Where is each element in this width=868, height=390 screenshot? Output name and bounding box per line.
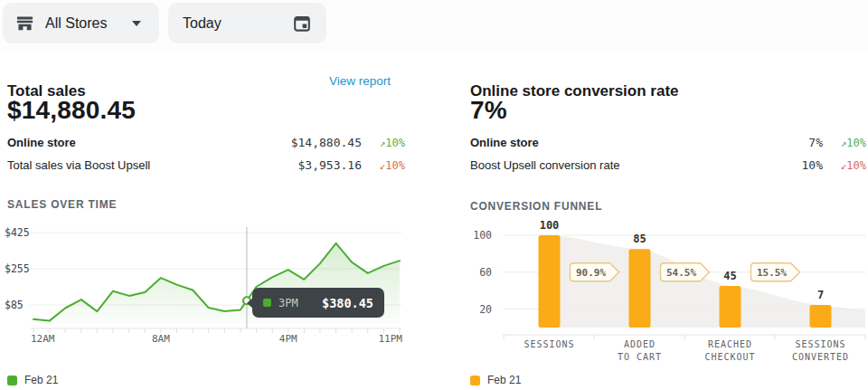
y-axis-label: 60 <box>479 266 492 279</box>
calendar-icon <box>292 14 312 33</box>
change-indicator-up: ↗10% <box>362 137 405 149</box>
y-axis-label: $255 <box>5 262 30 275</box>
chevron-down-icon <box>132 21 141 26</box>
funnel-bar[interactable] <box>539 235 561 328</box>
category-label: CHECKOUT <box>704 352 755 362</box>
conversion-funnel-chart: 1006020100SESSIONS85ADDEDTO CART45REACHE… <box>467 217 868 371</box>
y-axis-label: $425 <box>5 226 30 239</box>
funnel-legend: Feb 21 <box>470 374 521 386</box>
category-label: TO CART <box>618 352 662 362</box>
sales-line-chart-svg: $425$255$8512AM8AM4PM11PM <box>0 221 405 349</box>
metric-label: Total sales via Boost Upsell <box>7 158 298 172</box>
step-rate-label: 54.5% <box>666 267 696 279</box>
tooltip-time: 3PM <box>278 297 322 309</box>
funnel-bar[interactable] <box>629 249 651 328</box>
view-report-link[interactable]: View report <box>329 74 391 88</box>
x-axis-label: 11PM <box>379 333 403 345</box>
metric-value: 10% <box>802 158 823 172</box>
metric-value: 7% <box>808 136 823 149</box>
metric-row-online-store: Online store $14,880.45 ↗10% <box>7 136 405 158</box>
bar-value-label: 85 <box>633 233 646 245</box>
metric-value: $14,880.45 <box>291 136 362 149</box>
metric-row-boost-upsell-rate: Boost Upsell conversion rate 10% ↙10% <box>470 158 866 181</box>
tooltip-series-swatch <box>263 299 271 307</box>
metric-label: Boost Upsell conversion rate <box>470 158 802 172</box>
topbar: All Stores Today <box>0 0 868 51</box>
step-rate-label: 15.5% <box>757 267 787 279</box>
x-axis-label: 12AM <box>31 333 55 345</box>
metric-label: Online store <box>7 136 291 149</box>
bar-value-label: 100 <box>540 219 560 232</box>
metric-row-boost-upsell: Total sales via Boost Upsell $3,953.16 ↙… <box>7 158 405 181</box>
legend-swatch-green <box>7 376 17 385</box>
funnel-bar-chart-svg: 1006020100SESSIONS85ADDEDTO CART45REACHE… <box>467 217 868 371</box>
sales-legend: Feb 21 <box>7 374 58 386</box>
bar-value-label: 45 <box>723 270 736 282</box>
store-selector-button[interactable]: All Stores <box>3 3 159 43</box>
funnel-bar[interactable] <box>720 286 741 328</box>
tooltip-value: $380.45 <box>322 296 373 310</box>
funnel-bar[interactable] <box>810 305 832 328</box>
date-selector-button[interactable]: Today <box>168 3 326 43</box>
category-label: SESSIONS <box>795 339 845 349</box>
metric-value: $3,953.16 <box>298 158 362 172</box>
total-sales-value: $14,880.45 <box>7 96 136 125</box>
date-selector-label: Today <box>183 15 222 32</box>
y-axis-label: 100 <box>473 229 492 242</box>
conversion-funnel-heading: CONVERSION FUNNEL <box>470 200 602 213</box>
conversion-rate-value: 7% <box>470 96 507 125</box>
category-label: SESSIONS <box>524 339 574 349</box>
analytics-dashboard: All Stores Today Total sales View report… <box>0 0 868 390</box>
y-axis-label: 20 <box>479 303 492 316</box>
legend-swatch-orange <box>470 376 480 385</box>
change-indicator-up: ↗10% <box>823 137 866 149</box>
store-icon <box>15 14 34 33</box>
change-indicator-down: ↙10% <box>823 159 866 172</box>
category-label: REACHED <box>708 339 752 349</box>
x-axis-label: 4PM <box>279 333 297 345</box>
legend-label: Feb 21 <box>487 374 521 386</box>
category-label: CONVERTED <box>792 352 849 362</box>
bar-value-label: 7 <box>817 289 824 301</box>
conversion-metrics: Online store 7% ↗10% Boost Upsell conver… <box>470 136 866 181</box>
legend-label: Feb 21 <box>24 374 58 386</box>
change-indicator-down: ↙10% <box>362 159 405 172</box>
sales-over-time-heading: SALES OVER TIME <box>7 198 117 211</box>
metric-row-online-store-rate: Online store 7% ↗10% <box>470 136 866 158</box>
sales-over-time-chart: $425$255$8512AM8AM4PM11PM 3PM $380.45 <box>0 221 405 349</box>
total-sales-metrics: Online store $14,880.45 ↗10% Total sales… <box>7 136 405 181</box>
y-axis-label: $85 <box>5 299 24 311</box>
chart-tooltip: 3PM $380.45 <box>252 288 384 318</box>
category-label: ADDED <box>624 339 656 349</box>
step-rate-label: 90.9% <box>576 267 606 279</box>
metric-label: Online store <box>470 136 808 149</box>
store-selector-label: All Stores <box>45 15 107 32</box>
x-axis-label: 8AM <box>152 333 170 345</box>
